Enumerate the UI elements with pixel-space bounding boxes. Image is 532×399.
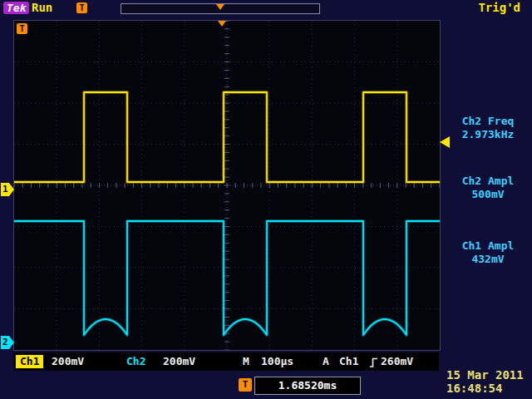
tek-logo: Tek bbox=[3, 2, 29, 14]
ch2-scale: 200mV bbox=[163, 352, 195, 371]
waveform-plot bbox=[14, 21, 440, 350]
measurement-label: Ch1 Ampl bbox=[444, 239, 532, 253]
trigger-state-label: Trig'd bbox=[478, 1, 520, 14]
record-position-bar bbox=[121, 3, 320, 14]
trigger-position-marker-icon bbox=[216, 4, 224, 10]
ch1-scale: 200mV bbox=[52, 352, 84, 371]
rising-edge-icon bbox=[369, 356, 378, 374]
date-label: 15 Mar 2011 bbox=[446, 368, 524, 382]
ch2-badge: Ch2 bbox=[126, 352, 145, 371]
graticule bbox=[13, 20, 441, 351]
status-bar: Ch1 200mV Ch2 200mV M 100µs A Ch1 260mV bbox=[13, 352, 439, 371]
measurement-label: Ch2 Freq bbox=[444, 115, 532, 128]
measurement-ch1-ampl: Ch1 Ampl 432mV bbox=[444, 239, 532, 266]
measurement-value: 432mV bbox=[444, 253, 532, 266]
trigger-flag-icon: T bbox=[17, 23, 27, 34]
trigger-time-icon: T bbox=[239, 378, 252, 392]
trigger-mode-label: A bbox=[323, 352, 329, 371]
trigger-horizontal-position-icon bbox=[218, 21, 226, 27]
oscilloscope-screen: Tek Run T Trig'd T 1 2 Ch2 Freq 2.973kHz… bbox=[0, 0, 532, 399]
timebase-label: M bbox=[243, 352, 249, 371]
timebase-value: 100µs bbox=[261, 352, 293, 371]
trigger-icon: T bbox=[76, 2, 87, 13]
trigger-level-value: 260mV bbox=[381, 352, 413, 371]
channel2-ground-marker: 2 bbox=[1, 336, 14, 349]
measurement-ch2-ampl: Ch2 Ampl 500mV bbox=[444, 175, 532, 201]
time-label: 16:48:54 bbox=[446, 382, 502, 395]
channel1-ground-marker: 1 bbox=[1, 183, 14, 196]
measurement-ch2-freq: Ch2 Freq 2.973kHz bbox=[444, 115, 532, 141]
trigger-time-readout: 1.68520ms bbox=[254, 377, 361, 395]
trigger-source: Ch1 bbox=[339, 352, 358, 371]
measurement-value: 2.973kHz bbox=[444, 128, 532, 141]
measurement-label: Ch2 Ampl bbox=[444, 175, 532, 188]
grid-layer bbox=[14, 21, 440, 350]
measurement-value: 500mV bbox=[444, 188, 532, 201]
acquisition-status: Run bbox=[32, 1, 52, 14]
ch1-badge: Ch1 bbox=[16, 355, 43, 368]
